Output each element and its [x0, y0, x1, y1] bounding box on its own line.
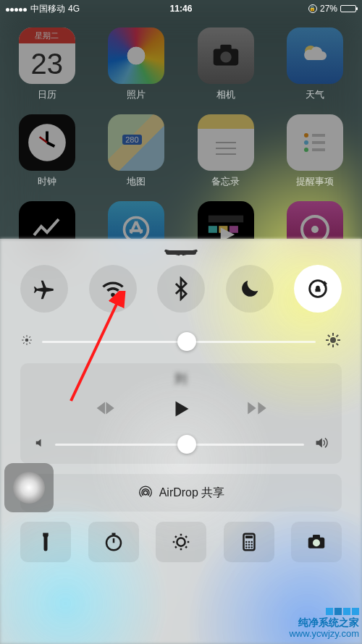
moon-icon [237, 276, 262, 301]
app-label: 备忘录 [211, 175, 240, 188]
app-clock[interactable]: 时钟 [10, 114, 84, 188]
svg-point-24 [311, 226, 319, 233]
wifi-toggle[interactable] [89, 265, 137, 313]
app-photos[interactable]: 照片 [100, 27, 174, 101]
watermark: 纯净系统之家 www.ycwjzy.com [289, 608, 359, 640]
airplane-icon [32, 276, 56, 301]
app-label: 天气 [306, 88, 324, 101]
camera-shortcut-button[interactable] [291, 522, 342, 562]
bluetooth-icon [169, 276, 193, 301]
airdrop-label: AirDrop 共享 [159, 486, 225, 501]
app-maps[interactable]: 地图 [100, 114, 174, 188]
status-bar: 中国移动 4G 11:46 🔒 27% [0, 0, 362, 17]
notes-icon [198, 114, 254, 171]
calendar-dayname: 星期二 [19, 27, 75, 43]
volume-thumb[interactable] [177, 435, 196, 454]
svg-point-64 [251, 544, 253, 546]
photos-icon [108, 27, 164, 84]
phone-screen: 中国移动 4G 11:46 🔒 27% 星期二 23 日历 照片 [0, 0, 362, 644]
svg-point-66 [248, 546, 250, 548]
network-label: 4G [68, 4, 80, 14]
svg-line-43 [337, 335, 339, 337]
clock-label: 11:46 [170, 4, 193, 14]
svg-line-55 [175, 546, 177, 548]
control-center-grabber[interactable] [166, 250, 196, 255]
svg-point-61 [251, 541, 253, 543]
airdrop-icon [138, 485, 153, 501]
svg-point-69 [313, 539, 320, 546]
track-title: 刘 [33, 370, 329, 387]
svg-point-62 [245, 544, 248, 546]
svg-rect-2 [220, 45, 231, 51]
next-track-button[interactable] [245, 396, 269, 425]
svg-point-11 [304, 133, 308, 137]
svg-point-44 [143, 491, 148, 495]
rotation-lock-icon [306, 276, 330, 301]
camera-icon [198, 27, 254, 84]
dnd-toggle[interactable] [226, 265, 274, 313]
app-reminders[interactable]: 提醒事项 [279, 114, 353, 188]
app-notes[interactable]: 备忘录 [189, 114, 263, 188]
calculator-icon [238, 531, 260, 553]
flashlight-icon [35, 531, 56, 553]
prev-track-button[interactable] [93, 396, 117, 425]
play-button[interactable] [168, 396, 194, 425]
app-weather[interactable]: 天气 [279, 27, 353, 101]
volume-low-icon [33, 436, 46, 452]
svg-line-32 [29, 342, 30, 344]
svg-rect-58 [245, 535, 253, 538]
volume-high-icon [313, 435, 329, 454]
svg-point-15 [304, 148, 308, 152]
svg-point-13 [304, 140, 308, 145]
battery-percent-label: 27% [320, 4, 337, 14]
svg-point-35 [330, 337, 336, 343]
svg-line-31 [23, 336, 25, 338]
timer-icon [103, 531, 125, 553]
svg-rect-19 [209, 226, 217, 233]
music-card: 刘 [20, 363, 342, 464]
rotation-lock-toggle[interactable] [294, 265, 342, 313]
brightness-slider[interactable] [42, 341, 316, 343]
signal-dots-icon [6, 4, 28, 14]
watermark-name: 纯净系统之家 [289, 617, 359, 629]
airdrop-button[interactable]: AirDrop 共享 [20, 474, 342, 512]
svg-line-34 [29, 336, 30, 338]
svg-point-1 [220, 51, 231, 62]
svg-rect-21 [230, 226, 238, 233]
reminders-icon [287, 114, 343, 171]
assistive-touch-button[interactable] [4, 463, 54, 512]
brightness-slider-row [20, 331, 342, 352]
bluetooth-toggle[interactable] [157, 265, 205, 313]
svg-point-59 [245, 541, 248, 543]
svg-line-53 [175, 536, 177, 538]
watermark-url: www.ycwjzy.com [289, 628, 359, 640]
control-center: 刘 AirDrop 共享 [0, 239, 362, 644]
svg-point-26 [25, 339, 29, 342]
carrier-label: 中国移动 [30, 3, 65, 15]
camera-shortcut-icon [306, 531, 327, 553]
timer-button[interactable] [88, 522, 139, 562]
svg-rect-70 [313, 535, 320, 538]
svg-line-41 [337, 344, 339, 346]
app-camera[interactable]: 相机 [189, 27, 263, 101]
brightness-low-icon [20, 334, 33, 349]
transport-controls [33, 396, 329, 425]
calendar-date: 23 [19, 43, 75, 84]
app-label: 日历 [38, 88, 56, 101]
watermark-logo-icon [289, 608, 359, 615]
flashlight-button[interactable] [20, 522, 71, 562]
calculator-button[interactable] [224, 522, 274, 562]
brightness-thumb[interactable] [177, 332, 196, 351]
shortcut-row [20, 522, 342, 562]
app-label: 地图 [127, 175, 146, 188]
svg-point-60 [248, 541, 250, 543]
svg-point-48 [177, 538, 185, 546]
clock-icon [19, 114, 75, 171]
rotation-lock-statusbar-icon: 🔒 [308, 4, 317, 13]
volume-slider[interactable] [55, 444, 304, 446]
assistive-touch-icon [13, 472, 45, 504]
app-label: 照片 [127, 88, 146, 101]
airplane-toggle[interactable] [20, 265, 68, 313]
night-shift-button[interactable] [156, 522, 206, 562]
app-calendar[interactable]: 星期二 23 日历 [10, 27, 84, 101]
